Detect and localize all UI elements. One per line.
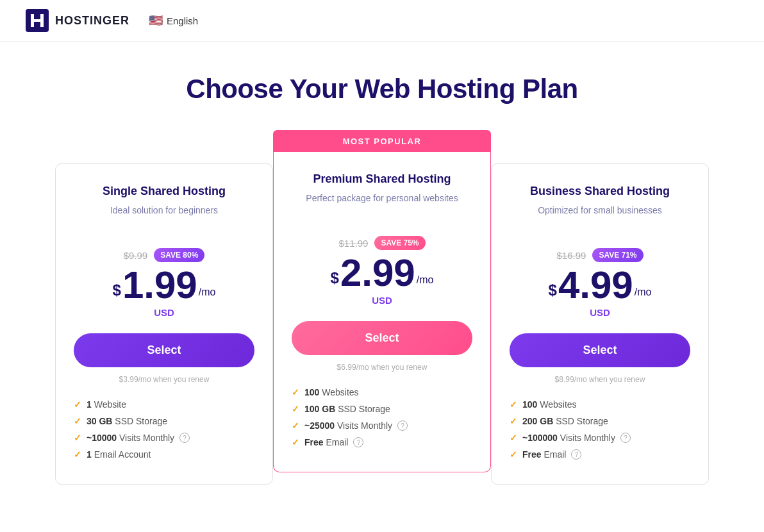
- price-amount: 4.99: [558, 266, 633, 304]
- feature-item: ✓30 GB SSD Storage: [74, 416, 254, 426]
- feature-text: ~25000 Visits Monthly: [304, 420, 392, 431]
- price-amount: 1.99: [122, 266, 197, 304]
- feature-text: 1 Website: [87, 399, 126, 410]
- currency-symbol: $: [331, 269, 339, 287]
- flag-icon: 🇺🇸: [149, 13, 163, 28]
- select-button-premium[interactable]: Select: [292, 321, 472, 355]
- feature-item: ✓~25000 Visits Monthly?: [292, 420, 472, 431]
- features-list-single: ✓1 Website✓30 GB SSD Storage✓~10000 Visi…: [74, 399, 254, 460]
- check-icon: ✓: [510, 416, 517, 426]
- info-icon[interactable]: ?: [571, 449, 581, 460]
- plan-name-single: Single Shared Hosting: [74, 185, 254, 198]
- current-price-row: $4.99/mo: [510, 266, 690, 304]
- price-period: /mo: [199, 287, 216, 298]
- check-icon: ✓: [510, 399, 517, 410]
- info-icon[interactable]: ?: [620, 433, 631, 443]
- page-header: Choose Your Web Hosting Plan: [0, 42, 764, 130]
- select-button-business[interactable]: Select: [510, 333, 690, 367]
- save-badge: SAVE 80%: [154, 248, 204, 262]
- info-icon[interactable]: ?: [179, 433, 190, 443]
- renew-text-premium: $6.99/mo when you renew: [292, 363, 472, 372]
- pricing-single: $9.99SAVE 80%$1.99/moUSD: [74, 248, 254, 318]
- feature-text: 30 GB SSD Storage: [87, 416, 167, 426]
- price-currency: USD: [510, 307, 690, 318]
- check-icon: ✓: [292, 437, 299, 447]
- original-price: $9.99: [124, 250, 148, 261]
- page-title: Choose Your Web Hosting Plan: [13, 74, 751, 104]
- plan-card-single: Single Shared HostingIdeal solution for …: [55, 130, 273, 485]
- check-icon: ✓: [510, 433, 517, 443]
- feature-text: ~10000 Visits Monthly: [87, 433, 174, 443]
- check-icon: ✓: [510, 449, 517, 460]
- logo-text: HOSTINGER: [55, 14, 129, 28]
- original-price: $11.99: [338, 238, 368, 249]
- renew-text-business: $8.99/mo when you renew: [510, 375, 690, 384]
- feature-item: ✓1 Website: [74, 399, 254, 410]
- check-icon: ✓: [74, 433, 81, 443]
- price-currency: USD: [292, 295, 472, 306]
- original-price-row: $11.99SAVE 75%: [292, 236, 472, 250]
- original-price: $16.99: [556, 250, 586, 261]
- feature-text: Free Email: [522, 449, 566, 460]
- feature-text: ~100000 Visits Monthly: [522, 433, 615, 443]
- card-premium: Premium Shared HostingPerfect package fo…: [273, 152, 491, 472]
- check-icon: ✓: [292, 387, 299, 397]
- save-badge: SAVE 71%: [592, 248, 643, 262]
- features-list-business: ✓100 Websites✓200 GB SSD Storage✓~100000…: [510, 399, 690, 460]
- original-price-row: $9.99SAVE 80%: [74, 248, 254, 262]
- logo-area: HOSTINGER: [26, 9, 129, 32]
- plans-container: Single Shared HostingIdeal solution for …: [0, 130, 764, 510]
- check-icon: ✓: [292, 404, 299, 414]
- hostinger-logo-icon: [26, 9, 49, 32]
- feature-item: ✓200 GB SSD Storage: [510, 416, 690, 426]
- plan-desc-single: Ideal solution for beginners: [74, 204, 254, 230]
- features-list-premium: ✓100 Websites✓100 GB SSD Storage✓~25000 …: [292, 387, 472, 447]
- feature-text: 1 Email Account: [87, 449, 151, 460]
- plan-name-business: Business Shared Hosting: [510, 185, 690, 198]
- most-popular-badge: MOST POPULAR: [273, 130, 491, 153]
- feature-text: 100 Websites: [304, 387, 359, 397]
- currency-symbol: $: [549, 281, 557, 299]
- feature-item: ✓1 Email Account: [74, 449, 254, 460]
- check-icon: ✓: [74, 416, 81, 426]
- feature-item: ✓Free Email?: [510, 449, 690, 460]
- plan-card-premium: MOST POPULARPremium Shared HostingPerfec…: [273, 130, 491, 472]
- original-price-row: $16.99SAVE 71%: [510, 248, 690, 262]
- info-icon[interactable]: ?: [397, 420, 408, 431]
- plan-card-business: Business Shared HostingOptimized for sma…: [491, 130, 709, 485]
- current-price-row: $2.99/mo: [292, 254, 472, 292]
- price-amount: 2.99: [340, 254, 415, 292]
- renew-text-single: $3.99/mo when you renew: [74, 375, 254, 384]
- header: HOSTINGER 🇺🇸 English: [0, 0, 764, 42]
- plan-name-premium: Premium Shared Hosting: [292, 172, 472, 186]
- save-badge: SAVE 75%: [374, 236, 425, 250]
- price-currency: USD: [74, 307, 254, 318]
- pricing-business: $16.99SAVE 71%$4.99/moUSD: [510, 248, 690, 318]
- select-button-single[interactable]: Select: [74, 333, 254, 367]
- feature-item: ✓100 GB SSD Storage: [292, 404, 472, 414]
- language-label: English: [167, 15, 198, 26]
- pricing-premium: $11.99SAVE 75%$2.99/moUSD: [292, 236, 472, 306]
- currency-symbol: $: [113, 281, 121, 299]
- language-selector[interactable]: 🇺🇸 English: [149, 13, 198, 28]
- price-period: /mo: [635, 287, 652, 298]
- feature-text: 200 GB SSD Storage: [522, 416, 608, 426]
- feature-item: ✓~100000 Visits Monthly?: [510, 433, 690, 443]
- current-price-row: $1.99/mo: [74, 266, 254, 304]
- check-icon: ✓: [74, 449, 81, 460]
- feature-item: ✓Free Email?: [292, 437, 472, 447]
- feature-text: 100 GB SSD Storage: [304, 404, 390, 414]
- feature-item: ✓~10000 Visits Monthly?: [74, 433, 254, 443]
- feature-text: Free Email: [304, 437, 348, 447]
- info-icon[interactable]: ?: [353, 437, 363, 447]
- plan-desc-premium: Perfect package for personal websites: [292, 192, 472, 218]
- feature-item: ✓100 Websites: [510, 399, 690, 410]
- price-period: /mo: [417, 274, 434, 286]
- feature-text: 100 Websites: [522, 399, 577, 410]
- check-icon: ✓: [74, 399, 81, 410]
- plan-desc-business: Optimized for small businesses: [510, 204, 690, 230]
- check-icon: ✓: [292, 420, 299, 431]
- feature-item: ✓100 Websites: [292, 387, 472, 397]
- card-single: Single Shared HostingIdeal solution for …: [55, 163, 273, 485]
- card-business: Business Shared HostingOptimized for sma…: [491, 163, 709, 485]
